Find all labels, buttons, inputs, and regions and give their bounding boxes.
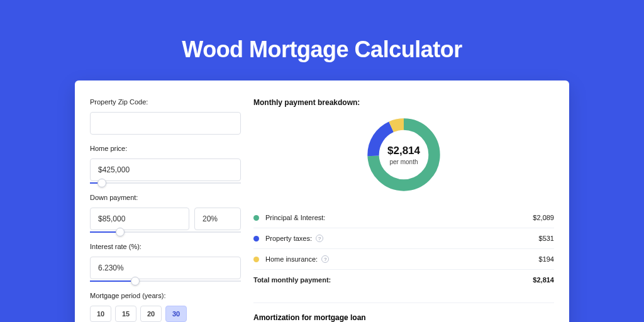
breakdown-panel: Monthly payment breakdown: $2,814 per mo…	[253, 98, 554, 322]
breakdown-title: Monthly payment breakdown:	[253, 98, 554, 107]
period-btn-30[interactable]: 30	[165, 306, 187, 322]
legend-value: $2,089	[533, 214, 554, 221]
interest-input[interactable]	[90, 257, 241, 279]
down-payment-amount-input[interactable]	[90, 208, 189, 230]
legend-row: Property taxes:?$531	[253, 228, 554, 248]
total-value: $2,814	[533, 276, 554, 284]
down-payment-slider-thumb[interactable]	[116, 228, 125, 236]
period-label: Mortgage period (years):	[90, 292, 241, 299]
donut-center: $2,814 per month	[364, 114, 444, 195]
interest-slider-thumb[interactable]	[131, 277, 140, 286]
down-payment-label: Down payment:	[90, 194, 241, 201]
home-price-slider[interactable]	[90, 182, 241, 184]
period-btn-20[interactable]: 20	[140, 306, 162, 322]
interest-field-group: Interest rate (%):	[90, 243, 241, 282]
legend-row: Home insurance:?$194	[253, 248, 554, 269]
interest-slider[interactable]	[90, 280, 241, 282]
zip-label: Property Zip Code:	[90, 98, 241, 106]
donut-chart: $2,814 per month	[364, 114, 444, 195]
down-payment-field-group: Down payment:	[90, 194, 241, 233]
period-btn-10[interactable]: 10	[90, 306, 111, 322]
amortization-title: Amortization for mortgage loan	[253, 313, 554, 322]
interest-label: Interest rate (%):	[90, 243, 241, 250]
page-title: Wood Mortgage Calculator	[0, 0, 644, 80]
period-btn-15[interactable]: 15	[115, 306, 136, 322]
info-icon[interactable]: ?	[316, 235, 323, 242]
home-price-label: Home price:	[90, 145, 241, 152]
period-options: 10152030	[90, 306, 241, 322]
calculator-card: Property Zip Code: Home price: Down paym…	[75, 80, 569, 322]
zip-input[interactable]	[90, 112, 241, 135]
donut-amount: $2,814	[387, 145, 420, 157]
legend-label: Property taxes:?	[265, 235, 539, 242]
legend-row: Principal & Interest:$2,089	[253, 208, 554, 228]
legend-dot	[253, 236, 259, 242]
zip-field-group: Property Zip Code:	[90, 98, 241, 135]
period-field-group: Mortgage period (years): 10152030	[90, 292, 241, 322]
legend-value: $194	[539, 255, 554, 263]
down-payment-percent-input[interactable]	[194, 208, 241, 230]
total-row: Total monthly payment: $2,814	[253, 269, 554, 290]
info-icon[interactable]: ?	[321, 255, 329, 263]
legend-label: Home insurance:?	[265, 255, 539, 263]
down-payment-slider[interactable]	[90, 231, 241, 233]
home-price-field-group: Home price:	[90, 145, 241, 184]
interest-slider-fill	[90, 280, 135, 282]
home-price-input[interactable]	[90, 158, 241, 181]
home-price-slider-thumb[interactable]	[97, 179, 106, 187]
donut-chart-wrap: $2,814 per month	[253, 114, 554, 195]
total-label: Total monthly payment:	[253, 276, 533, 284]
donut-sub: per month	[389, 158, 418, 165]
legend-dot	[253, 215, 259, 221]
legend-value: $531	[539, 235, 554, 242]
form-panel: Property Zip Code: Home price: Down paym…	[90, 98, 241, 322]
amortization-section: Amortization for mortgage loan Amortizat…	[253, 303, 554, 322]
legend-label: Principal & Interest:	[265, 214, 533, 221]
legend-dot	[253, 257, 259, 262]
